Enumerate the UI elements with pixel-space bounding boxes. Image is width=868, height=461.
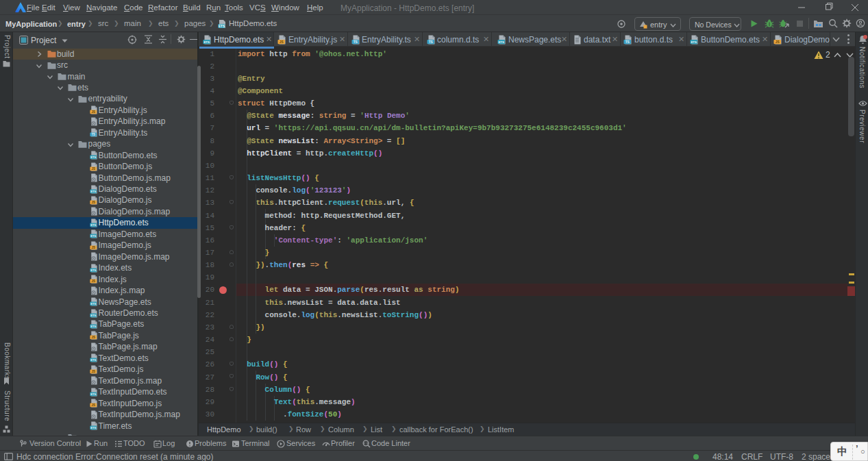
svg-text:ETS: ETS <box>219 25 225 28</box>
